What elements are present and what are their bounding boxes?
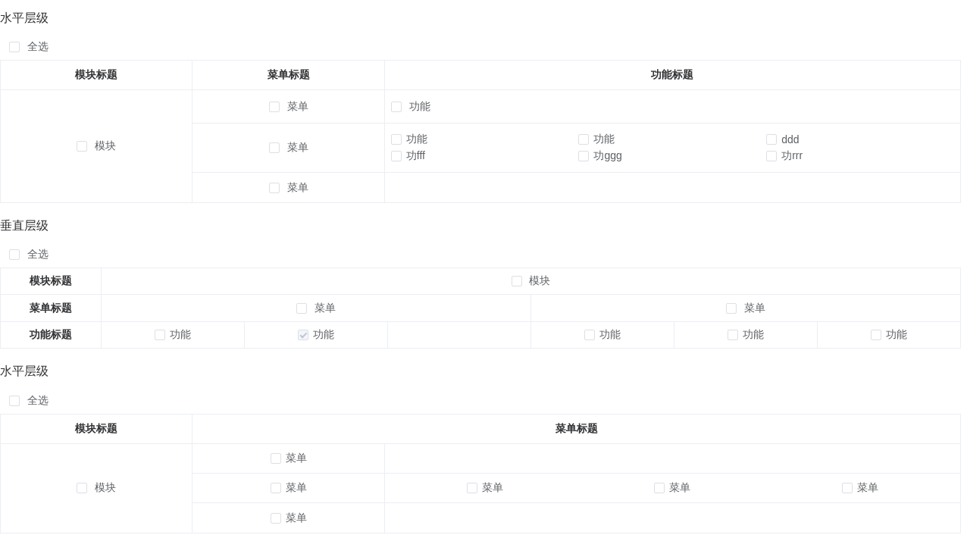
table-row: 模块标题 模块 <box>1 267 961 294</box>
section1-table: 模块标题 菜单标题 功能标题 模块 菜单 <box>0 60 961 202</box>
fn-label: 功能 <box>409 100 430 114</box>
menu-checkbox[interactable]: 菜单 <box>766 481 954 495</box>
checkbox-icon[interactable] <box>9 396 20 406</box>
header-menu: 菜单标题 <box>1 295 102 321</box>
menu-checkbox[interactable]: 菜单 <box>269 99 308 113</box>
checkbox-icon[interactable] <box>9 42 20 52</box>
fn-checkbox[interactable]: ddd <box>766 131 954 148</box>
table-row: 模块 菜单 <box>1 443 961 473</box>
section3-select-all[interactable]: 全选 <box>9 393 49 407</box>
checkbox-icon[interactable] <box>269 183 280 193</box>
section2-select-all[interactable]: 全选 <box>9 248 49 261</box>
checkbox-icon[interactable] <box>578 151 589 161</box>
checkbox-icon[interactable] <box>578 134 589 145</box>
module-label: 模块 <box>529 274 550 288</box>
checkbox-icon[interactable] <box>726 303 737 314</box>
section3-table: 模块标题 菜单标题 模块 菜单 菜单 <box>0 414 961 533</box>
checkbox-icon[interactable] <box>77 483 87 493</box>
checkbox-icon[interactable] <box>155 330 165 340</box>
section1-select-all[interactable]: 全选 <box>9 40 49 54</box>
module-checkbox[interactable]: 模块 <box>512 274 551 288</box>
checkbox-icon[interactable] <box>269 102 280 112</box>
menu-label: 菜单 <box>287 141 308 155</box>
menu-label: 菜单 <box>286 452 307 465</box>
fn-label: 功能 <box>599 328 621 342</box>
table-row: 模块 菜单 功能 <box>1 90 961 123</box>
fn-checkbox[interactable]: 功能 <box>871 328 907 342</box>
header-fn: 功能标题 <box>1 321 102 348</box>
checkbox-icon[interactable] <box>296 303 307 314</box>
menu-label: 菜单 <box>286 512 307 525</box>
fn-checkbox[interactable]: 功fff <box>391 148 579 164</box>
section2-table: 模块标题 模块 菜单标题 菜单 菜单 <box>0 267 961 349</box>
menu-label: 菜单 <box>286 481 307 495</box>
fn-checkbox[interactable]: 功能 <box>584 328 621 342</box>
menu-checkbox[interactable]: 菜单 <box>391 481 579 495</box>
checkbox-icon[interactable] <box>871 330 881 340</box>
checkbox-icon[interactable] <box>9 249 20 260</box>
table-row: 功能标题 功能 功能 功能 功能 功能 <box>1 321 961 348</box>
header-fn: 功能标题 <box>384 61 960 90</box>
menu-label: 菜单 <box>287 181 308 195</box>
fn-checkbox[interactable]: 功rrr <box>766 148 954 164</box>
menu-checkbox[interactable]: 菜单 <box>579 481 767 495</box>
checkbox-icon[interactable] <box>391 134 402 145</box>
menu-label: 菜单 <box>669 481 690 495</box>
fn-checkbox[interactable]: 功能 <box>728 328 764 342</box>
checkbox-icon[interactable] <box>512 276 522 286</box>
checkbox-icon[interactable] <box>391 151 402 161</box>
checkbox-icon[interactable] <box>467 483 477 493</box>
menu-checkbox[interactable]: 菜单 <box>271 512 307 525</box>
fn-label: 功能 <box>313 328 334 342</box>
fn-label: 功能 <box>886 328 907 342</box>
menu-label: 菜单 <box>482 481 503 495</box>
menu-label: 菜单 <box>744 302 765 315</box>
fn-label: ddd <box>781 133 799 145</box>
fn-checkbox-disabled: 功能 <box>298 328 334 342</box>
checkbox-icon[interactable] <box>654 483 665 493</box>
module-label: 模块 <box>95 481 116 495</box>
menu-checkbox[interactable]: 菜单 <box>271 452 307 465</box>
checkbox-icon[interactable] <box>77 141 87 152</box>
checkbox-icon[interactable] <box>271 513 281 524</box>
menu-checkbox[interactable]: 菜单 <box>296 302 336 315</box>
header-module: 模块标题 <box>1 414 192 443</box>
fn-checkbox[interactable]: 功能 <box>578 131 766 148</box>
checkbox-icon[interactable] <box>766 134 777 145</box>
fn-label: 功ggg <box>593 149 621 163</box>
header-menu: 菜单标题 <box>192 61 384 90</box>
module-label: 模块 <box>95 139 116 153</box>
fn-label: 功能 <box>593 133 615 146</box>
fn-checkbox[interactable]: 功ggg <box>578 148 766 164</box>
header-menu: 菜单标题 <box>192 414 961 443</box>
menu-checkbox[interactable]: 菜单 <box>269 180 308 194</box>
checkbox-icon[interactable] <box>728 330 738 340</box>
menu-checkbox[interactable]: 菜单 <box>271 481 307 495</box>
fn-checkbox[interactable]: 功能 <box>391 131 579 148</box>
select-all-label: 全选 <box>27 40 49 54</box>
module-checkbox[interactable]: 模块 <box>77 481 116 495</box>
menu-label: 菜单 <box>287 100 308 114</box>
fn-label: 功能 <box>406 133 427 146</box>
menu-label: 菜单 <box>315 302 336 315</box>
fn-label: 功fff <box>406 149 425 163</box>
checkbox-icon[interactable] <box>269 142 280 153</box>
fn-checkbox[interactable]: 功能 <box>155 328 191 342</box>
menu-label: 菜单 <box>857 481 878 495</box>
section1-title: 水平层级 <box>0 11 961 27</box>
checkbox-icon[interactable] <box>842 483 853 493</box>
checkbox-icon[interactable] <box>766 151 777 161</box>
section2-title: 垂直层级 <box>0 218 961 234</box>
checkbox-icon[interactable] <box>584 330 595 340</box>
checkbox-icon[interactable] <box>271 483 281 493</box>
menu-checkbox[interactable]: 菜单 <box>726 302 765 315</box>
section3-title: 水平层级 <box>0 364 961 380</box>
checkbox-checked-disabled-icon <box>298 330 308 340</box>
fn-label: 功能 <box>743 328 764 342</box>
checkbox-icon[interactable] <box>271 453 281 464</box>
menu-checkbox[interactable]: 菜单 <box>269 141 308 155</box>
checkbox-icon[interactable] <box>391 102 402 112</box>
fn-label: 功rrr <box>781 149 803 163</box>
fn-checkbox[interactable]: 功能 <box>391 98 579 114</box>
module-checkbox[interactable]: 模块 <box>77 139 116 153</box>
